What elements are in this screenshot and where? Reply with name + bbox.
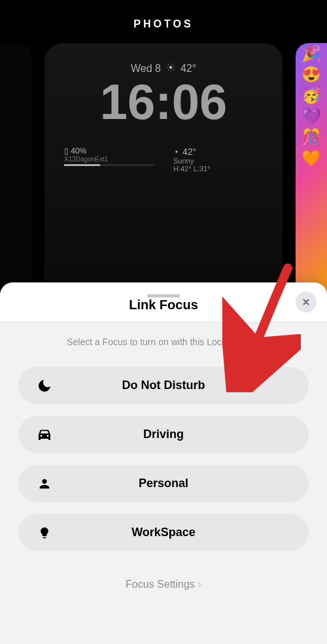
focus-label: Do Not Disturb: [34, 379, 293, 392]
photos-title: PHOTOS: [0, 0, 327, 43]
link-focus-sheet: Link Focus Select a Focus to turn on wit…: [0, 282, 327, 644]
weather-sun-icon: [173, 146, 182, 157]
weather-hilo: H:42° L:31°: [173, 165, 263, 173]
svg-point-1: [175, 150, 177, 152]
lockscreen-date-row: Wed 8 42°: [58, 63, 269, 75]
settings-label: Focus Settings: [126, 579, 195, 590]
lightbulb-icon: [35, 524, 54, 542]
sun-icon: [166, 63, 175, 75]
emoji-pattern: 🎉😍🥳💜🎊🧡: [296, 43, 327, 298]
sheet-subtitle: Select a Focus to turn on with this Lock…: [18, 337, 309, 347]
lockscreen-time: 16:06: [58, 77, 269, 127]
focus-list: Do Not Disturb Driving Personal: [18, 367, 309, 551]
focus-personal[interactable]: Personal: [18, 465, 309, 502]
person-icon: [35, 475, 54, 493]
battery-device: X12DagonExt1: [64, 156, 154, 163]
close-icon: [301, 297, 311, 307]
car-icon: [35, 426, 54, 444]
sheet-title: Link Focus: [0, 297, 327, 313]
moon-icon: [35, 377, 54, 395]
lockscreen-date: Wed 8: [131, 63, 161, 75]
chevron-right-icon: ›: [198, 577, 201, 591]
wallpaper-current[interactable]: Wed 8 42° 16:06 ▯ 40% X12DagonExt1: [44, 43, 283, 298]
focus-workspace[interactable]: WorkSpace: [18, 514, 309, 551]
battery-icon: ▯: [64, 146, 69, 156]
wallpaper-prev[interactable]: [0, 43, 31, 298]
focus-label: WorkSpace: [34, 526, 293, 539]
focus-label: Driving: [34, 428, 293, 441]
weather-widget: 42° Sunny H:42° L:31°: [173, 146, 263, 173]
battery-widget: ▯ 40% X12DagonExt1: [64, 146, 154, 173]
wallpaper-next[interactable]: 🎉😍🥳💜🎊🧡: [296, 43, 327, 298]
focus-settings-link[interactable]: Focus Settings ›: [18, 577, 309, 591]
focus-do-not-disturb[interactable]: Do Not Disturb: [18, 367, 309, 404]
weather-condition: Sunny: [173, 157, 263, 165]
lockscreen-temp: 42°: [181, 63, 196, 75]
svg-point-0: [169, 66, 173, 69]
weather-temp: 42°: [182, 146, 196, 157]
close-button[interactable]: [296, 292, 317, 313]
battery-percent: 40%: [71, 146, 86, 156]
focus-label: Personal: [34, 477, 293, 490]
focus-driving[interactable]: Driving: [18, 416, 309, 453]
wallpaper-carousel[interactable]: Wed 8 42° 16:06 ▯ 40% X12DagonExt1: [0, 43, 327, 298]
